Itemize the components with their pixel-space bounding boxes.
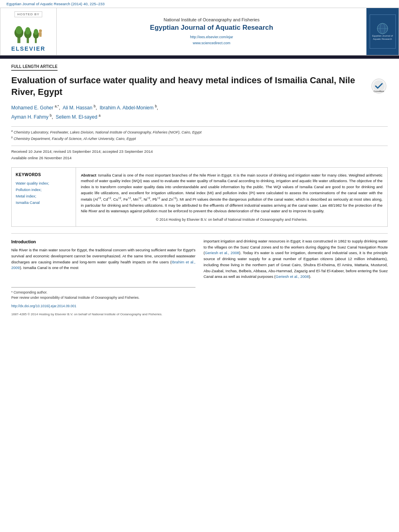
svg-point-8 <box>33 29 38 35</box>
journal-info-center: National Institute of Oceanography and F… <box>57 8 366 55</box>
doi-link[interactable]: http://dx.doi.org/10.1016/j.ejar.2014.09… <box>11 304 76 308</box>
abstract-text: AbstractIsmailia Canal is one of the mos… <box>81 173 383 214</box>
elsevier-tree-icon <box>12 20 45 44</box>
affiliation-a: a Chemistry Laboratory, Freshwater, Lake… <box>11 129 388 136</box>
body-right-column: important irrigation and drinking water … <box>204 238 388 317</box>
authors-section: Mohamed E. Goher a,*, Ali M. Hassan b, I… <box>11 103 388 121</box>
main-content-area: FULL LENGTH ARTICLE Evaluation of surfac… <box>0 59 399 322</box>
keywords-column: KEYWORDS Water quality index; Pollution … <box>12 168 76 226</box>
svg-rect-11 <box>38 32 39 35</box>
svg-text:CrossMark: CrossMark <box>374 90 384 92</box>
author-abdel-moniem[interactable]: Ibrahim A. Abdel-Moniem <box>100 105 154 111</box>
ref-geriesh-2008-2[interactable]: Geriesh et al., 2008 <box>276 274 309 279</box>
copyright-bottom-text: © 2014 Hosting by Elsevier B.V. on behal… <box>28 312 162 316</box>
keyword-wqi[interactable]: Water quality index; <box>16 180 72 187</box>
svg-point-9 <box>39 29 41 32</box>
elsevier-wordmark: ELSEVIER <box>11 45 45 52</box>
crossmark-badge[interactable]: CrossMark <box>371 78 388 95</box>
abstract-keywords-section: KEYWORDS Water quality index; Pollution … <box>11 167 388 227</box>
svg-rect-3 <box>27 37 29 43</box>
svg-point-2 <box>15 26 22 34</box>
body-left-column: Introduction Nile River is the main wate… <box>11 238 195 317</box>
author-el-sayed[interactable]: Seliem M. El-sayed <box>56 114 97 120</box>
copyright-bottom: 1687-4285 © 2014 Hosting by Elsevier B.V… <box>11 312 195 317</box>
footnote-peer-review: Peer review under responsibility of Nati… <box>11 295 195 300</box>
dates-section: Received 10 June 2014; revised 15 Septem… <box>11 146 388 160</box>
intro-para-right: important irrigation and drinking water … <box>204 238 388 280</box>
journal-url1[interactable]: http://ees.elsevier.com/ejar <box>190 35 233 39</box>
journal-title-header: Egyptian Journal of Aquatic Research <box>150 24 273 32</box>
intro-para-left: Nile River is the main water source for … <box>11 247 195 271</box>
footnote-section: * Corresponding author. Peer review unde… <box>11 287 195 300</box>
body-columns: Introduction Nile River is the main wate… <box>11 238 388 317</box>
available-date: Available online 26 November 2014 <box>11 155 388 161</box>
svg-point-5 <box>25 27 30 34</box>
keyword-mi[interactable]: Metal index; <box>16 193 72 199</box>
keyword-ismailia[interactable]: Ismailia Canal <box>16 199 72 206</box>
article-title: Evaluation of surface water quality and … <box>11 75 388 98</box>
introduction-heading: Introduction <box>11 238 195 245</box>
journal-citation-bar: Egyptian Journal of Aquatic Research (20… <box>0 0 399 8</box>
journal-citation-link[interactable]: Egyptian Journal of Aquatic Research (20… <box>6 2 105 6</box>
received-date: Received 10 June 2014; revised 15 Septem… <box>11 148 388 154</box>
svg-rect-6 <box>35 38 37 43</box>
keywords-title: KEYWORDS <box>16 173 72 177</box>
section-divider <box>11 233 388 234</box>
author-hassan[interactable]: Ali M. Hassan <box>63 105 93 111</box>
ref-ibrahim-2009[interactable]: Ibrahim et al., 2009 <box>11 260 195 270</box>
affiliation-b: b Chemistry Department, Faculty of Scien… <box>11 136 388 142</box>
hosted-by-label: HOSTED BY <box>14 11 42 17</box>
journal-url2[interactable]: www.sciencedirect.com <box>193 41 230 45</box>
article-title-text: Evaluation of surface water quality and … <box>11 75 355 97</box>
dark-separator-bar <box>0 55 399 59</box>
doi-section: http://dx.doi.org/10.1016/j.ejar.2014.09… <box>11 304 195 309</box>
svg-rect-12 <box>40 32 41 35</box>
badge-title: Egyptian Journal of Aquatic Research <box>372 35 394 41</box>
footnote-corresponding: * Corresponding author. <box>11 290 195 295</box>
keyword-pi[interactable]: Pollution index; <box>16 187 72 193</box>
issn-number: 1687-4285 <box>11 312 27 316</box>
journal-header: HOSTED BY ELSEVIER Na <box>0 8 399 55</box>
article-type-label: FULL LENGTH ARTICLE <box>11 64 58 71</box>
journal-badge-area: Egyptian Journal of Aquatic Research <box>366 8 399 55</box>
crossmark-icon: CrossMark <box>371 78 387 94</box>
elsevier-branding: HOSTED BY ELSEVIER <box>0 8 57 55</box>
elsevier-logo: ELSEVIER <box>11 20 45 52</box>
author-fahmy[interactable]: Ayman H. Fahmy <box>11 114 48 120</box>
affiliations-section: a Chemistry Laboratory, Freshwater, Lake… <box>11 126 388 142</box>
abstract-copyright: © 2014 Hosting by Elsevier B.V. on behal… <box>81 218 383 222</box>
abstract-column: AbstractIsmailia Canal is one of the mos… <box>76 168 387 226</box>
journal-institute: National Institute of Oceanography and F… <box>164 17 259 22</box>
journal-urls: http://ees.elsevier.com/ejar www.science… <box>190 34 233 46</box>
journal-badge: Egyptian Journal of Aquatic Research <box>370 14 396 49</box>
journal-icon <box>376 23 389 35</box>
ref-geriesh-2008-1[interactable]: Geriesh et al., 2008 <box>205 251 239 255</box>
abstract-label: Abstract <box>81 173 97 177</box>
author-goher[interactable]: Mohamed E. Goher <box>11 105 53 111</box>
